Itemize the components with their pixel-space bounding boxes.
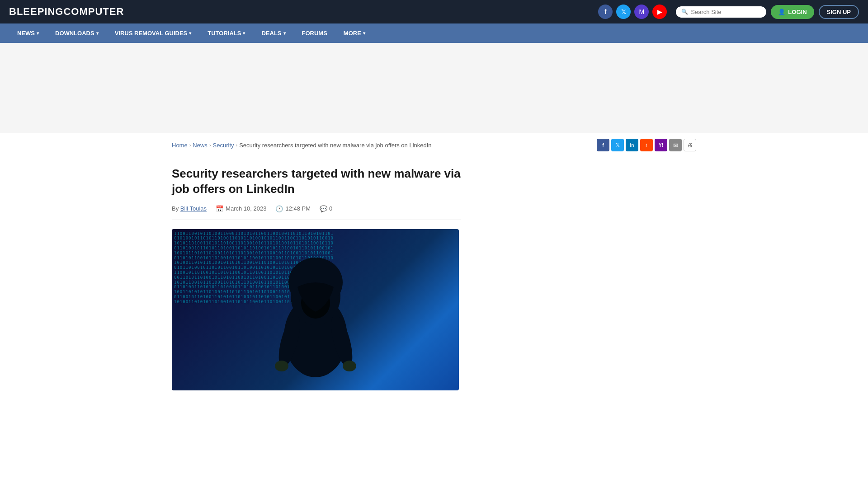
share-yahoo[interactable]: Y! — [655, 139, 667, 151]
nav-deals-label: DEALS — [261, 30, 281, 37]
comments-count: 0 — [329, 205, 332, 212]
article-time-item: 🕐 12:48 PM — [275, 205, 311, 212]
article-time: 12:48 PM — [285, 205, 311, 212]
nav-more[interactable]: MORE ▾ — [335, 23, 373, 43]
main-nav: NEWS ▾ DOWNLOADS ▾ VIRUS REMOVAL GUIDES … — [0, 23, 868, 43]
login-button[interactable]: 👤 LOGIN — [771, 5, 814, 19]
share-facebook[interactable]: f — [597, 139, 609, 151]
share-twitter[interactable]: 𝕏 — [611, 139, 624, 151]
search-icon: 🔍 — [681, 9, 688, 15]
site-header: BLEEPINGCOMPUTER f 𝕏 M ▶ 🔍 👤 LOGIN SIGN … — [0, 0, 868, 23]
site-logo[interactable]: BLEEPINGCOMPUTER — [9, 6, 124, 18]
logo-bold: COMPUTER — [63, 6, 124, 17]
search-bar: 🔍 — [676, 6, 766, 18]
article-comments[interactable]: 💬 0 — [320, 205, 332, 212]
share-reddit[interactable]: r — [640, 139, 653, 151]
nav-news[interactable]: NEWS ▾ — [9, 23, 47, 43]
nav-tutorials[interactable]: TUTORIALS ▾ — [199, 23, 253, 43]
nav-forums[interactable]: FORUMS — [294, 23, 335, 43]
breadcrumb-sep-3: › — [236, 142, 238, 148]
calendar-icon: 📅 — [216, 205, 223, 212]
breadcrumb-bar: Home › News › Security › Security resear… — [172, 133, 696, 157]
nav-tutorials-arrow: ▾ — [243, 31, 245, 36]
twitter-icon[interactable]: 𝕏 — [616, 5, 631, 19]
nav-virus-label: VIRUS REMOVAL GUIDES — [115, 30, 188, 37]
breadcrumb-news[interactable]: News — [193, 142, 208, 149]
breadcrumb: Home › News › Security › Security resear… — [172, 142, 432, 149]
nav-downloads[interactable]: DOWNLOADS ▾ — [47, 23, 107, 43]
facebook-icon[interactable]: f — [598, 5, 613, 19]
share-linkedin[interactable]: in — [626, 139, 638, 151]
share-email[interactable]: ✉ — [669, 139, 682, 151]
nav-virus-removal[interactable]: VIRUS REMOVAL GUIDES ▾ — [107, 23, 200, 43]
content-layout: Security researchers targeted with new m… — [172, 166, 696, 390]
breadcrumb-security[interactable]: Security — [213, 142, 234, 149]
nav-more-label: MORE — [344, 30, 361, 37]
header-right: f 𝕏 M ▶ 🔍 👤 LOGIN SIGN UP — [598, 5, 859, 19]
nav-deals-arrow: ▾ — [283, 31, 286, 36]
article-hero-image: 1100110010110100110001101010110011001001… — [172, 229, 459, 390]
youtube-icon[interactable]: ▶ — [652, 5, 667, 19]
article-by: By Bill Toulas — [172, 205, 207, 212]
hacker-silhouette — [252, 237, 379, 382]
login-label: LOGIN — [788, 9, 807, 15]
nav-more-arrow: ▾ — [363, 31, 365, 36]
article-title: Security researchers targeted with new m… — [172, 166, 461, 197]
svg-point-5 — [275, 361, 288, 371]
search-input[interactable] — [691, 9, 761, 15]
advertisement-banner — [0, 43, 868, 133]
article-author[interactable]: Bill Toulas — [180, 205, 207, 212]
nav-deals[interactable]: DEALS ▾ — [253, 23, 293, 43]
nav-news-arrow: ▾ — [37, 31, 39, 36]
nav-virus-arrow: ▾ — [189, 31, 191, 36]
signup-button[interactable]: SIGN UP — [819, 5, 859, 19]
comments-icon: 💬 — [320, 205, 327, 212]
sidebar — [475, 166, 610, 390]
breadcrumb-sep-1: › — [189, 142, 191, 148]
nav-downloads-arrow: ▾ — [96, 31, 99, 36]
nav-forums-label: FORUMS — [302, 30, 327, 37]
article-date-item: 📅 March 10, 2023 — [216, 205, 266, 212]
logo-regular: BLEEPING — [9, 6, 63, 17]
share-icons: f 𝕏 in r Y! ✉ 🖨 — [597, 139, 696, 151]
nav-news-label: NEWS — [17, 30, 35, 37]
social-icons: f 𝕏 M ▶ — [598, 5, 667, 19]
breadcrumb-home[interactable]: Home — [172, 142, 188, 149]
nav-tutorials-label: TUTORIALS — [208, 30, 241, 37]
article-meta: By Bill Toulas 📅 March 10, 2023 🕐 12:48 … — [172, 205, 461, 220]
clock-icon: 🕐 — [275, 205, 283, 212]
breadcrumb-current: Security researchers targeted with new m… — [239, 142, 431, 149]
breadcrumb-sep-2: › — [209, 142, 211, 148]
svg-point-6 — [343, 361, 356, 371]
main-container: Home › News › Security › Security resear… — [163, 133, 705, 390]
share-print[interactable]: 🖨 — [684, 139, 696, 151]
article: Security researchers targeted with new m… — [172, 166, 461, 390]
article-date: March 10, 2023 — [226, 205, 266, 212]
nav-downloads-label: DOWNLOADS — [55, 30, 94, 37]
mastodon-icon[interactable]: M — [634, 5, 649, 19]
user-icon: 👤 — [778, 9, 785, 15]
